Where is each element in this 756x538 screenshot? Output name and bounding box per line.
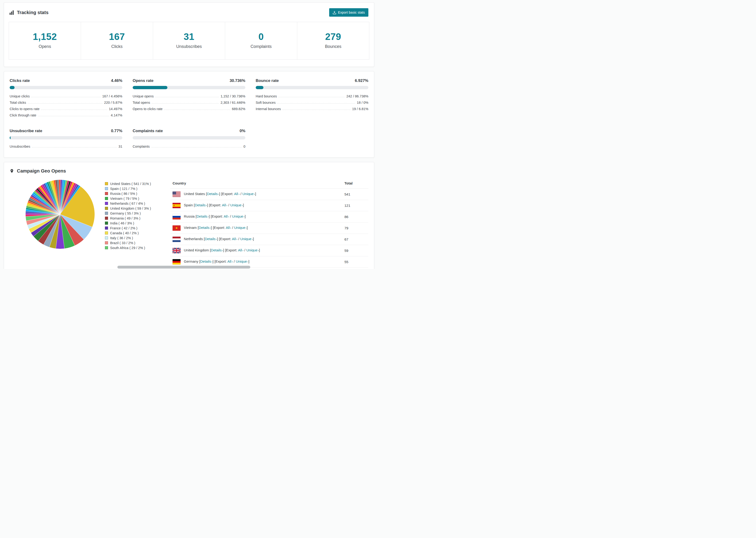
bracket: [Export: (213, 226, 225, 230)
export-unique-link[interactable]: Unique (236, 259, 247, 263)
legend-swatch (105, 241, 108, 244)
details-link[interactable]: Details (205, 237, 216, 241)
legend-swatch (105, 182, 108, 185)
legend-item[interactable]: United States ( 541 / 31% ) (105, 181, 164, 186)
export-all-link[interactable]: All (224, 214, 228, 218)
stat-label: Unsubscribes (153, 44, 225, 49)
rate-stat-row: Complaints 0 (133, 143, 245, 149)
tracking-card-title: Tracking stats (10, 10, 49, 15)
legend-swatch (105, 227, 108, 230)
country-total: 541 (342, 189, 368, 200)
export-all-link[interactable]: All (222, 203, 226, 207)
bracket: ] (255, 192, 256, 196)
country-name: Spain (184, 203, 193, 207)
chevron-icon: › (239, 192, 240, 196)
legend-item[interactable]: Netherlands ( 67 / 4% ) (105, 201, 164, 206)
export-unique-link[interactable]: Unique (230, 203, 242, 207)
legend-item[interactable]: India ( 46 / 3% ) (105, 221, 164, 226)
legend-item[interactable]: Romania ( 49 / 3% ) (105, 216, 164, 221)
stat-label: Clicks (81, 44, 153, 49)
rate-stat-label: Internal bounces (256, 107, 281, 111)
legend-item[interactable]: United Kingdom ( 59 / 3% ) (105, 206, 164, 211)
legend-item[interactable]: France ( 42 / 2% ) (105, 226, 164, 231)
progress-bar (256, 86, 368, 89)
bar-chart-icon (10, 10, 14, 15)
slash: / (244, 248, 245, 252)
bracket: ] (212, 259, 213, 263)
rate-stat-value: 0 (243, 144, 245, 148)
rate-value: 6.927% (355, 79, 368, 83)
details-link[interactable]: Details (199, 226, 209, 230)
us-flag-icon (173, 191, 181, 197)
tracking-title: Tracking stats (17, 10, 49, 15)
bracket: ] (259, 248, 260, 252)
export-unique-link[interactable]: Unique (246, 248, 257, 252)
rates-grid: Clicks rate 4.46% Unique clicks 167 / 4.… (4, 71, 374, 157)
stat-label: Complaints (225, 44, 297, 49)
export-all-link[interactable]: All (238, 248, 242, 252)
geo-card-header: Campaign Geo Opens (4, 162, 374, 176)
export-all-link[interactable]: All (228, 259, 232, 263)
legend-item[interactable]: Italy ( 36 / 2% ) (105, 236, 164, 241)
bracket: ] (209, 214, 210, 218)
legend-label: Germany ( 55 / 3% ) (110, 211, 141, 215)
de-flag-icon (173, 259, 181, 265)
legend-item[interactable]: Germany ( 55 / 3% ) (105, 211, 164, 216)
bracket: ] (219, 192, 220, 196)
country-name: Russia (184, 214, 195, 218)
stat-value: 279 (297, 31, 369, 42)
export-all-link[interactable]: All (226, 226, 230, 230)
geo-table-header-row: Country Total (170, 178, 368, 189)
rate-stat-row: Click through rate 4.147% (10, 112, 122, 118)
export-unique-link[interactable]: Unique (240, 237, 251, 241)
export-unique-link[interactable]: Unique (234, 226, 245, 230)
legend-label: Romania ( 49 / 3% ) (110, 216, 140, 220)
horizontal-scrollbar-thumb[interactable] (117, 266, 250, 269)
rate-stat-label: Complaints (133, 144, 150, 148)
country-total: 55 (342, 256, 368, 268)
bracket: [Export: (209, 203, 221, 207)
slash: / (232, 226, 233, 230)
legend-item[interactable]: Spain ( 121 / 7% ) (105, 186, 164, 191)
export-all-link[interactable]: All (232, 237, 236, 241)
country-name: Germany (184, 259, 198, 263)
slash: / (238, 237, 239, 241)
details-link[interactable]: Details (200, 259, 211, 263)
export-unique-link[interactable]: Unique (232, 214, 243, 218)
details-link[interactable]: Details (207, 192, 218, 196)
geo-table: Country Total United States [Details›] [… (170, 178, 368, 268)
details-link[interactable]: Details (211, 248, 222, 252)
export-all-link[interactable]: All (234, 192, 238, 196)
legend-item[interactable]: Vietnam ( 79 / 5% ) (105, 196, 164, 201)
geo-pie-chart[interactable] (24, 178, 96, 251)
geo-table-row: Russia [Details›] [Export: All› / Unique… (170, 211, 368, 223)
slash: / (241, 192, 242, 196)
details-link[interactable]: Details (196, 214, 207, 218)
legend-label: United States ( 541 / 31% ) (110, 182, 151, 186)
rate-stat-row: Unsubscribes 31 (10, 143, 122, 149)
rate-stat-value: 220 / 5.87% (104, 101, 122, 104)
legend-item[interactable]: South Africa ( 29 / 2% ) (105, 245, 164, 250)
export-unique-link[interactable]: Unique (243, 192, 254, 196)
details-link[interactable]: Details (195, 203, 206, 207)
country-cell: United States [Details›] [Export: All› /… (170, 189, 342, 200)
country-cell: Russia [Details›] [Export: All› / Unique… (170, 211, 342, 223)
country-cell: United Kingdom [Details›] [Export: All› … (170, 245, 342, 256)
legend-label: France ( 42 / 2% ) (110, 226, 137, 230)
legend-item[interactable]: Brazil ( 33 / 2% ) (105, 241, 164, 245)
legend-label: Spain ( 121 / 7% ) (110, 187, 137, 190)
legend-swatch (105, 217, 108, 220)
rate-stat-row: Clicks to opens rate 14.497% (10, 106, 122, 112)
legend-item[interactable]: Russia ( 86 / 5% ) (105, 191, 164, 196)
rate-stat-row: Hard bounces 242 / 86.738% (256, 93, 368, 99)
legend-swatch (105, 222, 108, 225)
export-basic-stats-button[interactable]: Export basic stats (329, 8, 368, 17)
rate-stat-value: 167 / 4.456% (102, 94, 122, 98)
legend-item[interactable]: Canada ( 40 / 2% ) (105, 231, 164, 236)
country-name: Netherlands (184, 237, 203, 241)
bracket: ] (207, 203, 208, 207)
rate-stat-value: 4.147% (111, 113, 122, 117)
legend-swatch (105, 202, 108, 205)
legend-label: Brazil ( 33 / 2% ) (110, 241, 135, 245)
geo-table-row: United States [Details›] [Export: All› /… (170, 189, 368, 200)
